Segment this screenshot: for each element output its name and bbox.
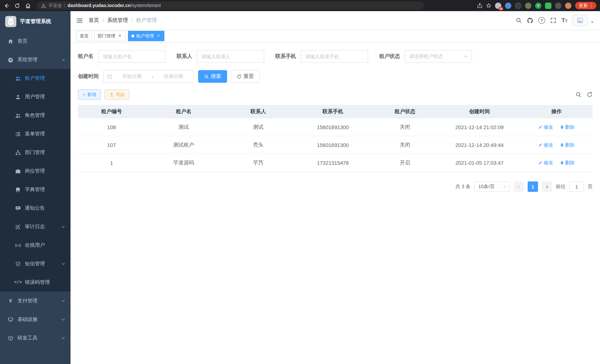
edit-link[interactable]: 修改 (538, 159, 553, 166)
browser-actions: 10 Y 更新 ⋮ (477, 2, 596, 9)
next-page-button[interactable] (542, 181, 552, 192)
sidebar-item-menu[interactable]: 菜单管理 (0, 125, 71, 143)
message-icon (15, 205, 21, 211)
close-icon[interactable]: × (117, 33, 122, 38)
column-header: 联系手机 (294, 105, 371, 118)
delete-link[interactable]: 删除 (560, 124, 575, 131)
filter-create-time: 创建时间 开始日期 - 结束日期 (78, 70, 194, 83)
delete-link[interactable]: 删除 (560, 141, 575, 148)
trash-icon (560, 125, 564, 129)
edit-link[interactable]: 修改 (538, 124, 553, 131)
sidebar-item-sms[interactable]: 短信管理 (0, 254, 71, 273)
help-icon[interactable]: ? (538, 17, 545, 24)
github-icon[interactable] (527, 17, 533, 24)
sidebar-item-system[interactable]: 系统管理 (0, 50, 71, 69)
profile-avatar-icon[interactable] (565, 2, 572, 9)
filter-status: 租户状态 请选择租户状态 (379, 50, 472, 63)
sidebar-item-error-code[interactable]: </> 错误码管理 (0, 273, 71, 292)
sidebar: 芋道管理系统 首页 系统管理 (0, 11, 71, 364)
status-select[interactable]: 请选择租户状态 (404, 50, 472, 63)
sidebar-item-dict[interactable]: 字典管理 (0, 180, 71, 199)
sidebar-item-user[interactable]: 用户管理 (0, 88, 71, 106)
goto-page-input[interactable] (569, 181, 584, 192)
pagination: 共 3 条 10条/页 1 前往 页 (78, 181, 593, 192)
cell-tenant-id: 108 (78, 118, 145, 136)
cell-status: 开启 (371, 154, 439, 172)
share-icon[interactable] (477, 3, 482, 8)
sidebar-item-payment[interactable]: ¥ 支付管理 (0, 292, 71, 310)
sidebar-item-label: 基础设施 (18, 316, 38, 323)
tag-label: 租户管理 (136, 33, 154, 39)
refresh-table-icon[interactable] (587, 92, 593, 98)
contact-input[interactable] (197, 50, 264, 63)
fullscreen-icon[interactable] (550, 18, 556, 23)
sidebar-item-label: 岗位管理 (25, 168, 45, 174)
home-icon[interactable] (25, 3, 31, 8)
date-range-picker[interactable]: 开始日期 - 结束日期 (103, 70, 194, 83)
export-button[interactable]: 导出 (105, 89, 130, 100)
address-bar[interactable]: 不安全 dashboard.yudao.iocoder.cn/system/te… (37, 1, 424, 10)
cell-tenant-name: 芋道源码 (145, 154, 222, 172)
sidebar-item-home[interactable]: 首页 (0, 32, 71, 50)
font-size-icon[interactable]: TT (562, 18, 567, 23)
bookmark-star-icon[interactable] (486, 3, 491, 8)
page-size-select[interactable]: 10条/页 (474, 181, 510, 192)
avatar-caret-down-icon[interactable] (590, 20, 594, 24)
sidebar-item-tenant[interactable]: 租户管理 (0, 69, 71, 88)
extension-icon-blue[interactable] (505, 2, 511, 9)
tenant-name-input[interactable] (98, 50, 166, 63)
user-avatar[interactable] (572, 15, 587, 26)
pencil-icon (538, 143, 543, 147)
breadcrumb-item[interactable]: 首页 (89, 17, 99, 24)
extension-icon-green-y[interactable]: Y (535, 2, 541, 9)
filter-tenant-name: 租户名 (78, 50, 166, 63)
reset-button[interactable]: 重置 (231, 70, 260, 83)
app-logo[interactable]: 芋道管理系统 (0, 11, 71, 32)
sidebar-item-online-users[interactable]: 在线用户 (0, 236, 71, 254)
search-icon[interactable] (516, 18, 522, 23)
page-number-current[interactable]: 1 (528, 181, 538, 192)
pencil-icon (538, 125, 543, 129)
tag-tenant-active[interactable]: 租户管理 × (128, 31, 164, 41)
sidebar-item-dev-tools[interactable]: 研发工具 (0, 329, 71, 347)
sidebar-item-dept[interactable]: 部门管理 (0, 143, 71, 162)
edit-link[interactable]: 修改 (538, 141, 553, 148)
sidebar-item-notice[interactable]: 通知公告 (0, 199, 71, 217)
extension-icon-colored[interactable]: 10 (495, 2, 501, 9)
reload-icon[interactable] (14, 3, 20, 8)
back-icon[interactable] (4, 3, 9, 8)
close-icon[interactable]: × (156, 33, 161, 38)
shield-icon (15, 261, 21, 267)
people-icon (15, 113, 21, 118)
sidebar-item-label: 系统管理 (18, 56, 38, 63)
sidebar-item-label: 字典管理 (25, 186, 45, 193)
browser-menu-dots-icon[interactable]: ⋮ (589, 3, 594, 8)
page-size-value: 10条/页 (478, 183, 495, 190)
extension-icon-gray[interactable] (555, 2, 562, 9)
tag-label: 部门管理 (98, 33, 115, 39)
filter-row-2: 创建时间 开始日期 - 结束日期 搜索 重置 (78, 70, 593, 83)
add-button[interactable]: + 新增 (78, 89, 101, 100)
tag-dept[interactable]: 部门管理 × (94, 31, 126, 41)
cell-status: 关闭 (371, 118, 439, 136)
toggle-search-icon[interactable] (575, 92, 581, 98)
sidebar-collapse-icon[interactable] (76, 17, 83, 24)
phone-input[interactable] (300, 50, 368, 63)
sidebar-item-role[interactable]: 角色管理 (0, 106, 71, 125)
sidebar-item-infra[interactable]: 基础设施 (0, 310, 71, 329)
breadcrumb-item[interactable]: 系统管理 (107, 17, 128, 24)
chrome-update-button[interactable]: 更新 ⋮ (575, 2, 596, 9)
search-button[interactable]: 搜索 (198, 70, 227, 83)
chevron-down-icon (61, 317, 65, 322)
tag-home[interactable]: 首页 (76, 31, 92, 41)
prev-page-button[interactable] (514, 181, 524, 192)
column-header: 联系人 (222, 105, 294, 118)
sidebar-item-post[interactable]: 岗位管理 (0, 162, 71, 180)
extension-icon-olive[interactable] (525, 2, 531, 9)
column-header: 操作 (520, 105, 593, 118)
extension-icon-dark[interactable] (515, 2, 521, 9)
delete-link[interactable]: 删除 (560, 159, 575, 166)
cell-actions: 修改 删除 (520, 154, 593, 172)
sidebar-item-audit-log[interactable]: 审计日志 (0, 217, 71, 236)
extension-icon-green-square[interactable] (545, 2, 551, 9)
